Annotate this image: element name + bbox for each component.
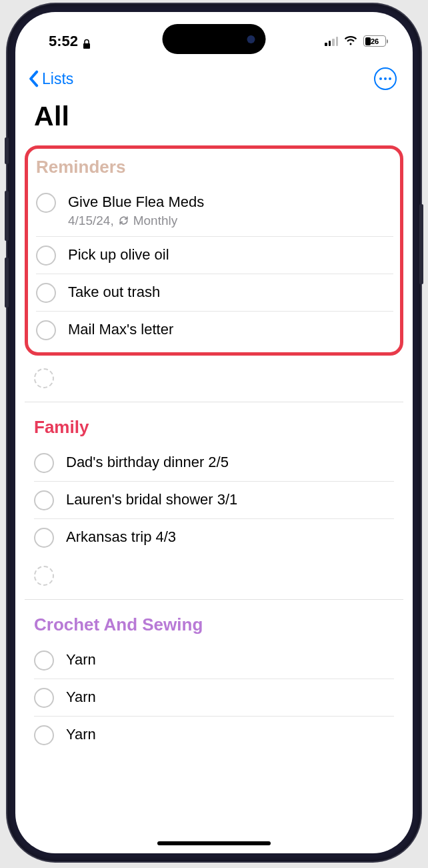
reminder-repeat: Monthly	[133, 213, 178, 228]
reminder-body: Give Blue Flea Meds 4/15/24, Monthly	[68, 192, 393, 228]
reminder-item[interactable]: Yarn	[34, 679, 394, 717]
side-button	[5, 258, 9, 308]
svg-rect-0	[83, 43, 90, 49]
reminder-title: Dad's birthday dinner 2/5	[66, 452, 394, 472]
nav-bar: Lists	[15, 55, 413, 97]
reminder-date: 4/15/24,	[68, 213, 114, 228]
home-indicator[interactable]	[157, 841, 271, 845]
chevron-left-icon	[27, 70, 39, 87]
complete-circle[interactable]	[34, 490, 54, 510]
reminder-body: Arkansas trip 4/3	[66, 527, 394, 547]
complete-circle[interactable]	[36, 283, 56, 303]
reminder-item[interactable]: Take out trash	[36, 274, 393, 312]
reminder-title: Yarn	[66, 725, 394, 745]
reminder-item[interactable]: Arkansas trip 4/3	[34, 519, 394, 556]
complete-circle[interactable]	[36, 246, 56, 266]
highlight-annotation: Reminders Give Blue Flea Meds 4/15/24, M…	[25, 145, 403, 356]
reminder-title: Yarn	[66, 687, 394, 707]
content: Reminders Give Blue Flea Meds 4/15/24, M…	[15, 145, 413, 753]
reminder-title: Take out trash	[68, 282, 393, 302]
back-button[interactable]: Lists	[27, 70, 73, 88]
reminder-body: Lauren's bridal shower 3/1	[66, 490, 394, 510]
complete-circle[interactable]	[34, 725, 54, 745]
status-icons: 26	[325, 35, 386, 48]
page-title: All	[15, 97, 413, 145]
reminder-title: Mail Max's letter	[68, 320, 393, 340]
reminder-title: Pick up olive oil	[68, 245, 393, 265]
status-time-text: 5:52	[49, 33, 78, 50]
complete-circle[interactable]	[36, 193, 56, 213]
add-circle-icon	[34, 566, 54, 586]
add-circle-icon	[34, 368, 54, 388]
dynamic-island	[163, 24, 266, 54]
battery-level: 26	[371, 37, 379, 45]
wifi-icon	[343, 35, 358, 48]
status-time: 5:52	[49, 33, 91, 50]
reminder-item[interactable]: Yarn	[34, 717, 394, 753]
reminder-item[interactable]: Pick up olive oil	[36, 237, 393, 274]
signal-icon	[325, 36, 338, 46]
side-button	[419, 204, 423, 284]
reminder-subtitle: 4/15/24, Monthly	[68, 213, 393, 228]
reminder-item[interactable]: Yarn	[34, 642, 394, 679]
reminder-title: Give Blue Flea Meds	[68, 192, 393, 212]
reminder-body: Yarn	[66, 687, 394, 707]
reminder-body: Take out trash	[68, 282, 393, 302]
side-button	[5, 137, 9, 164]
reminder-body: Yarn	[66, 725, 394, 745]
more-button[interactable]	[374, 67, 397, 90]
side-button	[5, 191, 9, 241]
reminder-body: Mail Max's letter	[68, 320, 393, 340]
section-header-family: Family	[25, 402, 403, 444]
phone-screen: 5:52 26 Lists	[15, 12, 413, 853]
section-header-crochet: Crochet And Sewing	[25, 600, 403, 642]
reminder-title: Lauren's bridal shower 3/1	[66, 490, 394, 510]
back-label: Lists	[42, 70, 73, 88]
reminder-item[interactable]: Mail Max's letter	[36, 312, 393, 348]
reminder-title: Yarn	[66, 650, 394, 670]
reminder-body: Pick up olive oil	[68, 245, 393, 265]
complete-circle[interactable]	[34, 650, 54, 671]
repeat-icon	[118, 215, 129, 226]
orientation-lock-icon	[82, 36, 91, 47]
section-header-reminders: Reminders	[35, 154, 393, 184]
complete-circle[interactable]	[34, 528, 54, 548]
reminder-title: Arkansas trip 4/3	[66, 527, 394, 547]
reminder-body: Yarn	[66, 650, 394, 670]
ellipsis-icon	[379, 77, 391, 80]
new-reminder-row[interactable]	[25, 556, 403, 595]
reminder-body: Dad's birthday dinner 2/5	[66, 452, 394, 472]
battery-icon: 26	[363, 35, 386, 47]
phone-frame: 5:52 26 Lists	[7, 4, 421, 861]
complete-circle[interactable]	[34, 688, 54, 708]
reminder-item[interactable]: Give Blue Flea Meds 4/15/24, Monthly	[36, 184, 393, 237]
complete-circle[interactable]	[36, 320, 56, 340]
reminder-item[interactable]: Lauren's bridal shower 3/1	[34, 482, 394, 519]
new-reminder-row[interactable]	[25, 358, 403, 398]
complete-circle[interactable]	[34, 453, 54, 473]
reminder-item[interactable]: Dad's birthday dinner 2/5	[34, 444, 394, 482]
